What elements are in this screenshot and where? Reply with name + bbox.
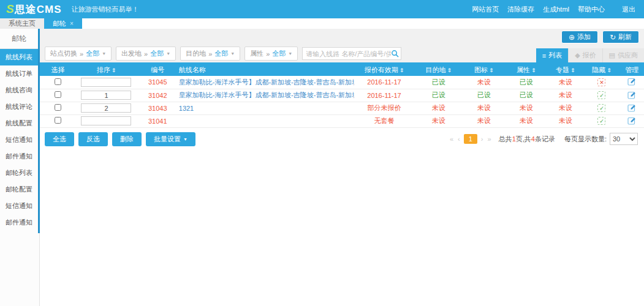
topic-status: 未设 — [547, 114, 583, 127]
hidden-toggle-icon[interactable]: ✕ — [597, 78, 605, 86]
bulk-action-bar: 全选 反选 删除 批量设置 ▼ « ‹ 1 › » 总共1页,共4条记录 每页显… — [40, 128, 644, 146]
row-checkbox[interactable] — [55, 104, 61, 111]
add-button[interactable]: ⊕ 添加 — [561, 31, 598, 43]
destination-status: 未设 — [414, 114, 463, 127]
sidebar-item-sms-notify[interactable]: 短信通知 — [0, 132, 38, 148]
tab-strip: 系统主页 邮轮 × — [0, 18, 644, 29]
close-icon[interactable]: × — [70, 20, 74, 27]
topic-status: 未设 — [547, 102, 583, 114]
last-page-icon[interactable]: » — [487, 135, 492, 143]
sidebar-item-sms-notify-2[interactable]: 短信通知 — [0, 198, 38, 214]
sort-order-input[interactable] — [81, 103, 131, 113]
view-tab-quote[interactable]: ◆ 报价 — [568, 48, 602, 62]
sort-icon[interactable]: ⇕ — [607, 67, 612, 73]
brand-tagline: 让旅游营销轻而易举！ — [71, 5, 138, 14]
sidebar-item-route-list[interactable]: 航线列表 — [0, 49, 38, 65]
sidebar-item-route-orders[interactable]: 航线订单 — [0, 65, 38, 82]
sort-icon[interactable]: ⇕ — [570, 67, 575, 73]
link-generate-html[interactable]: 生成html — [543, 5, 569, 14]
link-logout[interactable]: 退出 — [622, 5, 635, 14]
sort-order-input[interactable] — [81, 91, 131, 100]
sidebar-item-email-notify-2[interactable]: 邮件通知 — [0, 214, 38, 231]
action-bar: ⊕ 添加 ↻ 刷新 — [40, 29, 644, 45]
sidebar-item-route-inquiries[interactable]: 航线咨询 — [0, 82, 38, 99]
sidebar-item-route-config[interactable]: 航线配置 — [0, 115, 38, 132]
link-help-center[interactable]: 帮助中心 — [578, 5, 605, 14]
search-icon[interactable] — [391, 50, 399, 58]
delete-button[interactable]: 删除 — [112, 132, 142, 146]
sort-order-input[interactable] — [81, 78, 131, 87]
icon-status: 未设 — [463, 114, 505, 127]
route-name-link[interactable]: 皇家加勒比-海洋水手号】成都-新加坡-吉隆坡-普吉岛-新加坡-成都 5晚6日游 — [179, 78, 354, 86]
route-name-link[interactable]: 皇家加勒比-海洋水手号】成都-新加坡-吉隆坡-普吉岛-新加坡-成都 5晚6日游 — [179, 91, 354, 99]
quote-validity: 2016-11-17 — [354, 76, 415, 89]
view-tab-supplier[interactable]: ▤ 供应商 — [602, 48, 644, 62]
col-destination: 目的地⇕ — [414, 64, 463, 76]
hidden-toggle-icon[interactable]: ✓ — [597, 117, 605, 125]
table-header-row: 选择 排序⇕ 编号 航线名称 报价有效期⇕ 目的地⇕ 图标⇕ 属性⇕ 专题⇕ 隐… — [40, 64, 644, 76]
filter-destination[interactable]: 目的地 » 全部 ▼ — [180, 47, 240, 61]
page-number[interactable]: 1 — [464, 134, 477, 144]
content-area: ⊕ 添加 ↻ 刷新 站点切换 » 全部 ▼ 出发地 » 全部 ▼ 目的地 — [40, 29, 644, 306]
hidden-toggle-icon[interactable]: ✓ — [597, 91, 605, 99]
invert-selection-button[interactable]: 反选 — [78, 132, 108, 146]
route-id: 31041 — [137, 114, 179, 127]
filter-attribute[interactable]: 属性 » 全部 ▼ — [244, 47, 298, 61]
route-name-link[interactable]: 1321 — [179, 105, 194, 112]
col-icon: 图标⇕ — [463, 64, 505, 76]
edit-icon[interactable] — [627, 103, 636, 112]
hidden-toggle-icon[interactable]: ✓ — [597, 104, 605, 112]
sidebar-item-ship-list[interactable]: 邮轮列表 — [0, 165, 38, 181]
list-icon: ≡ — [542, 52, 546, 59]
sidebar-item-email-notify[interactable]: 邮件通知 — [0, 148, 38, 165]
col-sort: 排序⇕ — [76, 64, 137, 76]
tab-system-home[interactable]: 系统主页 — [0, 18, 44, 29]
sidebar-item-route-comments[interactable]: 航线评论 — [0, 99, 38, 115]
sort-order-input[interactable] — [81, 116, 131, 125]
next-page-icon[interactable]: › — [480, 135, 484, 143]
icon-status: 未设 — [463, 102, 505, 114]
icon-status: 未设 — [463, 76, 505, 89]
search-input[interactable] — [306, 50, 391, 58]
route-id: 31045 — [137, 76, 179, 89]
prev-page-icon[interactable]: ‹ — [457, 135, 461, 143]
row-checkbox[interactable] — [55, 117, 61, 124]
view-tab-list[interactable]: ≡ 列表 — [536, 48, 568, 62]
batch-settings-button[interactable]: 批量设置 ▼ — [146, 132, 195, 146]
col-manage: 管理 — [620, 64, 644, 76]
brand-name: 思途CMS — [15, 2, 62, 17]
sort-icon[interactable]: ⇕ — [400, 67, 404, 73]
sidebar-filler — [0, 233, 40, 306]
route-id: 31043 — [137, 102, 179, 114]
sidebar-item-ship-config[interactable]: 邮轮配置 — [0, 181, 38, 198]
sidebar: 邮轮 航线列表 航线订单 航线咨询 航线评论 航线配置 短信通知 邮件通知 邮轮… — [0, 29, 40, 306]
sort-icon[interactable]: ⇕ — [489, 67, 494, 73]
filter-departure[interactable]: 出发地 » 全部 ▼ — [116, 47, 176, 61]
col-name: 航线名称 — [179, 64, 354, 76]
chevron-down-icon: ▼ — [102, 51, 106, 56]
row-checkbox[interactable] — [55, 78, 61, 85]
sort-icon[interactable]: ⇕ — [531, 67, 536, 73]
link-site-home[interactable]: 网站首页 — [472, 5, 499, 14]
attribute-status: 已设 — [505, 89, 547, 102]
chevron-down-icon: ▼ — [183, 137, 188, 141]
col-validity: 报价有效期⇕ — [354, 64, 415, 76]
first-page-icon[interactable]: « — [449, 135, 454, 143]
logo-s-icon: S — [6, 2, 14, 16]
edit-icon[interactable] — [627, 91, 636, 99]
edit-icon[interactable] — [627, 116, 636, 125]
edit-icon[interactable] — [627, 77, 636, 86]
filter-site[interactable]: 站点切换 » 全部 ▼ — [45, 47, 112, 61]
col-select: 选择 — [40, 64, 76, 76]
refresh-button[interactable]: ↻ 刷新 — [602, 31, 639, 43]
row-checkbox[interactable] — [55, 91, 61, 98]
select-all-button[interactable]: 全选 — [45, 132, 74, 146]
route-id: 31042 — [137, 89, 179, 102]
per-page-select[interactable]: 30 — [610, 133, 638, 145]
view-switcher: ≡ 列表 ◆ 报价 ▤ 供应商 — [536, 48, 644, 62]
link-clear-cache[interactable]: 清除缓存 — [507, 5, 534, 14]
sort-icon[interactable]: ⇕ — [447, 67, 452, 73]
sort-icon[interactable]: ⇕ — [112, 67, 116, 73]
tab-cruise[interactable]: 邮轮 × — [44, 18, 82, 29]
brand-logo: S 思途CMS — [6, 2, 61, 17]
